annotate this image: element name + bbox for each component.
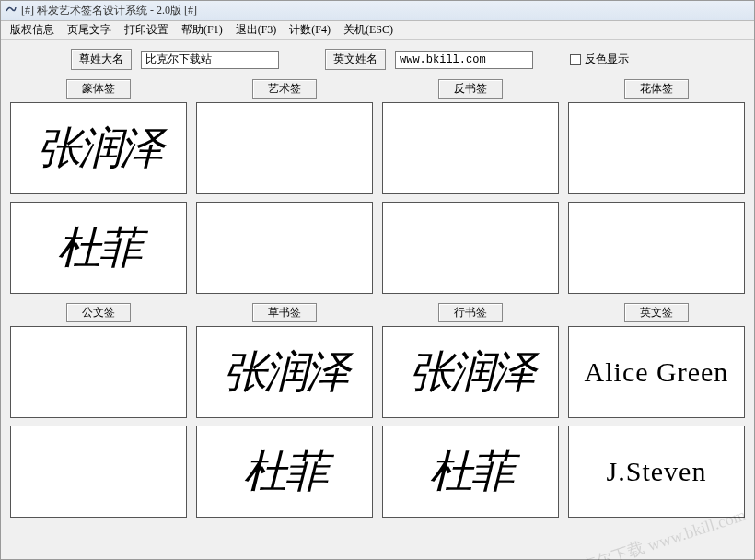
panel-label[interactable]: 反书签 [438, 79, 503, 99]
signature-grid-row2: 公文签 草书签 张润泽 杜菲 行书签 张润泽 杜菲 英文签 Alice Gree… [6, 303, 749, 518]
menu-help[interactable]: 帮助(F1) [176, 20, 228, 40]
content-area: 尊姓大名 英文姓名 反色显示 篆体签 张润泽 杜菲 艺术签 反 [1, 40, 754, 523]
panel-label[interactable]: 艺术签 [252, 79, 317, 99]
window-title: [#] 科发艺术签名设计系统 - 2.0版 [#] [21, 3, 197, 18]
signature-slot[interactable]: 张润泽 [196, 326, 373, 418]
input-row: 尊姓大名 英文姓名 反色显示 [6, 47, 749, 79]
panel-label[interactable]: 公文签 [66, 303, 131, 322]
signature-slot[interactable]: 杜菲 [196, 426, 373, 518]
panel-label[interactable]: 草书签 [252, 303, 317, 322]
menu-print-settings[interactable]: 打印设置 [119, 20, 174, 40]
checkbox-box [570, 54, 581, 65]
panel-yishu: 艺术签 [196, 79, 373, 294]
menu-exit[interactable]: 退出(F3) [230, 20, 283, 40]
signature-slot[interactable] [568, 202, 745, 294]
signature-slot[interactable]: 杜菲 [382, 426, 559, 518]
menu-footer-text[interactable]: 页尾文字 [62, 20, 117, 40]
menubar: 版权信息 页尾文字 打印设置 帮助(F1) 退出(F3) 计数(F4) 关机(E… [1, 21, 754, 40]
signature-slot[interactable] [196, 202, 373, 294]
titlebar: [#] 科发艺术签名设计系统 - 2.0版 [#] [1, 1, 754, 21]
panel-label[interactable]: 英文签 [624, 303, 689, 322]
panel-gongwen: 公文签 [10, 303, 187, 518]
english-name-label-button[interactable]: 英文姓名 [325, 49, 386, 70]
menu-shutdown[interactable]: 关机(ESC) [338, 20, 399, 40]
signature-slot[interactable] [382, 102, 559, 194]
panel-huati: 花体签 [568, 79, 745, 294]
signature-slot[interactable] [10, 426, 187, 518]
panel-xingshu: 行书签 张润泽 杜菲 [382, 303, 559, 518]
signature-grid-row1: 篆体签 张润泽 杜菲 艺术签 反书签 花体签 [6, 79, 749, 294]
invert-checkbox[interactable]: 反色显示 [570, 52, 629, 67]
name-label-button[interactable]: 尊姓大名 [71, 49, 132, 70]
menu-count[interactable]: 计数(F4) [284, 20, 336, 40]
panel-label[interactable]: 花体签 [624, 79, 689, 99]
panel-label[interactable]: 篆体签 [66, 79, 131, 99]
name-input[interactable] [141, 51, 279, 69]
panel-english: 英文签 Alice Green J.Steven [568, 303, 745, 518]
app-window: [#] 科发艺术签名设计系统 - 2.0版 [#] 版权信息 页尾文字 打印设置… [0, 0, 755, 560]
signature-slot[interactable]: 张润泽 [10, 102, 187, 194]
panel-fanshu: 反书签 [382, 79, 559, 294]
signature-slot[interactable] [10, 326, 187, 418]
signature-slot[interactable] [382, 202, 559, 294]
signature-slot[interactable]: Alice Green [568, 326, 745, 418]
invert-label: 反色显示 [585, 52, 629, 67]
english-name-input[interactable] [395, 51, 533, 69]
signature-slot[interactable]: 杜菲 [10, 202, 187, 294]
panel-zhuanti: 篆体签 张润泽 杜菲 [10, 79, 187, 294]
signature-slot[interactable]: J.Steven [568, 426, 745, 518]
signature-slot[interactable] [196, 102, 373, 194]
signature-slot[interactable]: 张润泽 [382, 326, 559, 418]
panel-caoshu: 草书签 张润泽 杜菲 [196, 303, 373, 518]
menu-copyright[interactable]: 版权信息 [5, 20, 60, 40]
panel-label[interactable]: 行书签 [438, 303, 503, 322]
signature-slot[interactable] [568, 102, 745, 194]
app-icon [5, 5, 17, 18]
